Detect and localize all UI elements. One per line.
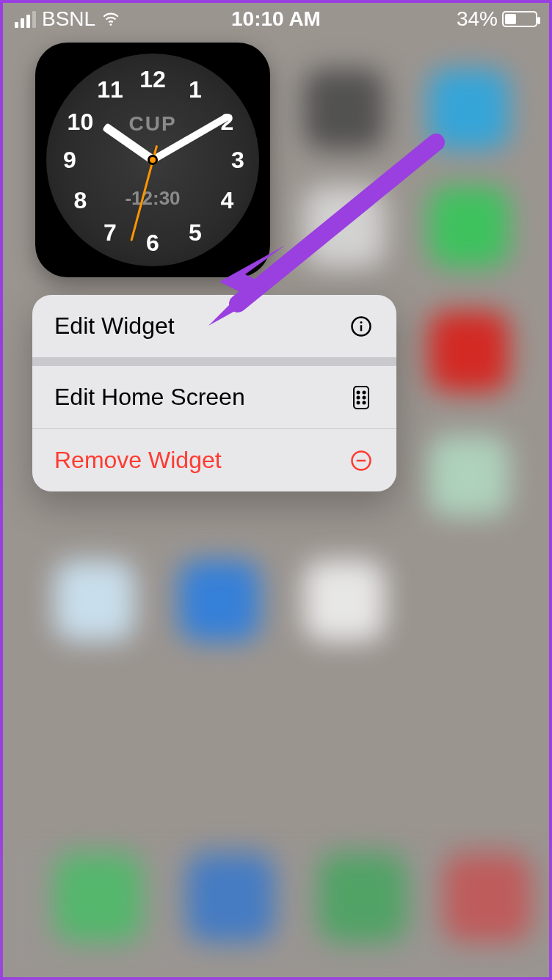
svg-rect-4	[354, 387, 368, 409]
clock-number: 6	[138, 230, 167, 257]
svg-point-9	[357, 401, 360, 403]
apps-grid-icon	[348, 385, 374, 410]
clock-city-label: CUP	[128, 112, 176, 136]
edit-home-screen-label: Edit Home Screen	[54, 384, 245, 411]
clock-number: 5	[181, 219, 210, 246]
clock-number: 9	[55, 147, 84, 174]
status-time: 10:10 AM	[3, 7, 549, 31]
menu-separator	[32, 357, 396, 366]
clock-center-pin	[148, 155, 158, 165]
clock-number: 1	[181, 76, 210, 103]
edit-widget-item[interactable]: Edit Widget	[32, 295, 396, 357]
svg-point-6	[363, 391, 366, 393]
remove-widget-item[interactable]: Remove Widget	[32, 429, 396, 491]
svg-point-10	[363, 401, 366, 403]
edit-widget-label: Edit Widget	[54, 312, 175, 340]
status-bar: BSNL 10:10 AM 34%	[3, 3, 549, 35]
clock-number: 7	[95, 219, 125, 246]
widget-context-menu: Edit Widget Edit Home Screen Remove Wid	[32, 295, 396, 491]
clock-number: 4	[213, 187, 242, 214]
info-icon	[348, 315, 374, 337]
clock-number: 3	[223, 147, 253, 174]
remove-minus-icon	[348, 450, 374, 472]
clock-face: CUP -12:30 12 1 2 3 4 5 6 7 8 9 10 11	[46, 54, 259, 266]
svg-point-3	[360, 321, 363, 323]
battery-icon	[502, 11, 537, 27]
remove-widget-label: Remove Widget	[54, 447, 222, 474]
svg-point-5	[357, 391, 360, 393]
clock-number: 8	[65, 187, 95, 214]
dock-background	[3, 845, 549, 977]
clock-offset-label: -12:30	[125, 187, 180, 210]
clock-widget[interactable]: CUP -12:30 12 1 2 3 4 5 6 7 8 9 10 11	[35, 43, 270, 277]
svg-point-7	[357, 396, 360, 398]
iphone-home-screen: BSNL 10:10 AM 34% CUP -12:30 12 1 2 3 4 …	[0, 0, 552, 980]
clock-number: 10	[65, 108, 95, 135]
svg-point-8	[363, 396, 366, 398]
edit-home-screen-item[interactable]: Edit Home Screen	[32, 366, 396, 428]
clock-number: 11	[95, 76, 125, 103]
clock-number: 12	[138, 65, 167, 92]
